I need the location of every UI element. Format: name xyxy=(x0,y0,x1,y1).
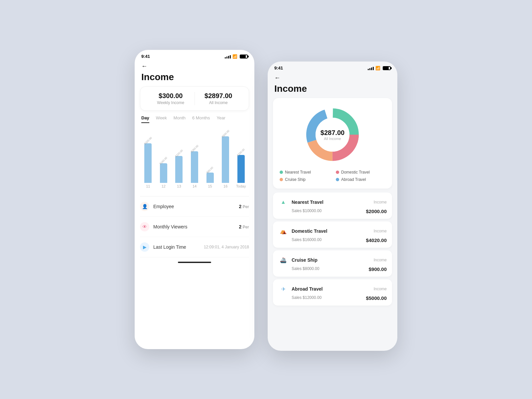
legend-dot-abroad xyxy=(336,178,339,181)
employee-label: Employee xyxy=(153,204,239,209)
tab-day[interactable]: Day xyxy=(141,115,149,123)
legend-nearest-travel: Nearest Travel xyxy=(280,170,329,175)
home-bar xyxy=(178,262,211,263)
legend-domestic-travel: Domestic Travel xyxy=(336,170,385,175)
header-left: ← Income xyxy=(135,62,254,86)
employee-row: 👤 Employee 2 Per xyxy=(140,197,249,217)
back-button-right[interactable]: ← xyxy=(274,74,391,81)
bar-11 xyxy=(144,143,152,183)
bar-group-12: $160.00 xyxy=(157,126,171,183)
travel-list: ▲ Nearest Travel Income Sales $10000.00 … xyxy=(268,193,397,306)
donut-wrapper: $287.00 All Income Nearest Travel Domest… xyxy=(280,105,385,182)
legend-label-nearest: Nearest Travel xyxy=(285,170,311,175)
legend-label-abroad: Abroad Travel xyxy=(341,177,366,182)
bars-container: $320.00$160.00$220.00$260.00$80.00$500.0… xyxy=(140,126,249,183)
bar-Today xyxy=(237,155,245,183)
bar-group-Today: $230.00 xyxy=(234,126,248,183)
cruise-sales: Sales $8000.00 xyxy=(292,266,319,272)
viewers-value: 2 Per xyxy=(239,224,249,229)
donut-center: $287.00 All Income xyxy=(321,129,344,141)
donut-amount: $287.00 xyxy=(321,129,344,137)
x-label-16: 16 xyxy=(219,184,232,188)
legend-label-cruise: Cruise Ship xyxy=(285,177,306,182)
donut-card: $287.00 All Income Nearest Travel Domest… xyxy=(273,98,392,189)
all-amount: $2897.00 xyxy=(195,92,242,100)
page-title-left: Income xyxy=(141,72,248,82)
donut-chart: $287.00 All Income xyxy=(303,105,362,165)
bar-13 xyxy=(175,156,183,183)
domestic-travel-name: Domestic Travel xyxy=(292,228,374,234)
time-tabs: Day Week Month 6 Months Year xyxy=(135,111,254,123)
abroad-sales: Sales $12000.00 xyxy=(292,295,322,301)
left-phone: 9:41 📶 ← Income $300.00 Weekly Income $2… xyxy=(135,50,254,349)
travel-item-cruise: 🚢 Cruise Ship Income Sales $8000.00 $900… xyxy=(273,250,392,277)
travel-item-domestic: ⛺ Domestic Travel Income Sales $16000.00… xyxy=(273,221,392,248)
cruise-travel-icon: 🚢 xyxy=(278,255,288,265)
tab-6months[interactable]: 6 Months xyxy=(192,115,210,123)
employee-value: 2 Per xyxy=(239,204,249,209)
weekly-amount: $300.00 xyxy=(147,92,195,100)
donut-legend: Nearest Travel Domestic Travel Cruise Sh… xyxy=(280,170,385,182)
tab-year[interactable]: Year xyxy=(216,115,225,123)
abroad-travel-name: Abroad Travel xyxy=(292,286,374,292)
nearest-amount: $2000.00 xyxy=(366,208,387,214)
x-label-13: 13 xyxy=(172,184,186,188)
domestic-amount: $4020.00 xyxy=(366,237,387,243)
viewers-label: Monthly Viewers xyxy=(153,224,239,229)
nearest-sales: Sales $10000.00 xyxy=(292,208,322,214)
bar-12 xyxy=(160,163,167,183)
header-right: ← Income xyxy=(268,73,397,98)
domestic-travel-icon: ⛺ xyxy=(278,226,288,236)
x-label-Today: Today xyxy=(234,184,248,188)
cruise-amount: $900.00 xyxy=(369,266,387,272)
login-icon: ▶ xyxy=(140,242,149,252)
abroad-amount: $5000.00 xyxy=(366,295,387,301)
right-phone: 9:41 📶 ← Income xyxy=(268,62,397,351)
last-login-row: ▶ Last Login Time 12:09:01, 4 January 20… xyxy=(140,237,249,257)
page-title-right: Income xyxy=(274,83,391,94)
nearest-travel-icon: ▲ xyxy=(278,197,288,207)
income-summary: $300.00 Weekly Income $2897.00 All Incom… xyxy=(140,86,249,111)
battery-icon xyxy=(240,55,248,59)
bar-group-11: $320.00 xyxy=(141,126,155,183)
status-icons-left: 📶 xyxy=(225,54,248,59)
monthly-viewers-row: 👁 Monthly Viewers 2 Per xyxy=(140,217,249,237)
login-time: 12:09:01, 4 January 2018 xyxy=(204,245,249,249)
abroad-income-label: Income xyxy=(374,287,387,291)
signal-icon xyxy=(225,55,231,59)
bar-group-15: $80.00 xyxy=(203,126,217,183)
bar-group-16: $500.00 xyxy=(219,126,232,183)
bar-group-14: $260.00 xyxy=(188,126,201,183)
x-label-12: 12 xyxy=(157,184,171,188)
legend-label-domestic: Domestic Travel xyxy=(341,170,370,175)
cruise-travel-name: Cruise Ship xyxy=(292,257,374,263)
legend-abroad-travel: Abroad Travel xyxy=(336,177,385,182)
employee-icon: 👤 xyxy=(140,202,149,211)
cruise-income-label: Income xyxy=(374,258,387,262)
viewers-icon: 👁 xyxy=(140,222,149,231)
time-left: 9:41 xyxy=(141,54,150,59)
weekly-label: Weekly Income xyxy=(147,100,195,105)
back-button-left[interactable]: ← xyxy=(141,63,248,70)
info-rows: 👤 Employee 2 Per 👁 Monthly Viewers 2 Per… xyxy=(135,197,254,257)
nearest-income-label: Income xyxy=(374,200,387,204)
donut-sublabel: All Income xyxy=(321,137,344,141)
home-indicator xyxy=(135,257,254,267)
tab-month[interactable]: Month xyxy=(174,115,186,123)
legend-dot-domestic xyxy=(336,171,339,174)
time-right: 9:41 xyxy=(274,66,283,70)
x-label-11: 11 xyxy=(141,184,155,188)
signal-icon-right xyxy=(368,66,374,70)
legend-dot-nearest xyxy=(280,171,283,174)
tab-week[interactable]: Week xyxy=(156,115,167,123)
login-label: Last Login Time xyxy=(153,244,204,250)
x-labels: 111213141516Today xyxy=(140,183,249,188)
domestic-income-label: Income xyxy=(374,229,387,233)
legend-dot-cruise xyxy=(280,178,283,181)
legend-cruise-ship: Cruise Ship xyxy=(280,177,329,182)
domestic-sales: Sales $16000.00 xyxy=(292,237,322,243)
bar-16 xyxy=(222,136,229,183)
bar-chart: $320.00$160.00$220.00$260.00$80.00$500.0… xyxy=(135,123,254,196)
all-label: All Income xyxy=(195,100,242,105)
wifi-icon-right: 📶 xyxy=(375,66,380,70)
